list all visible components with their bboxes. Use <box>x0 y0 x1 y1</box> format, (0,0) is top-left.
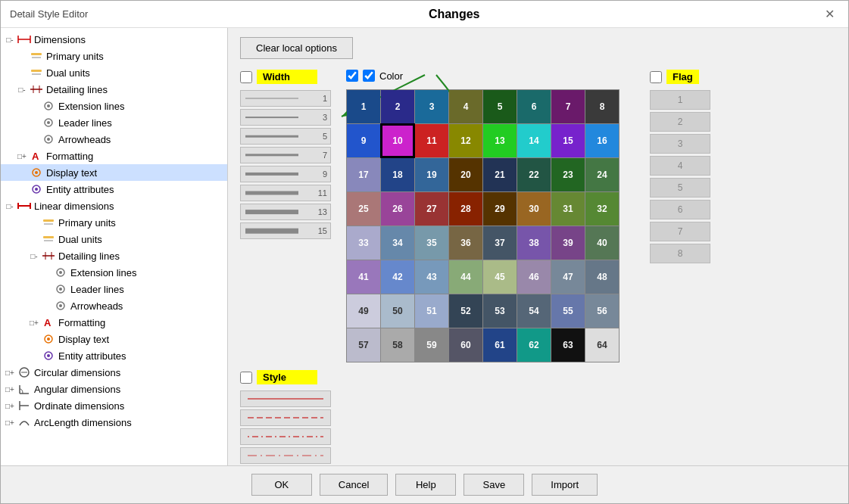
color-cell-47[interactable]: 47 <box>551 260 585 294</box>
width-line-13[interactable]: 13 <box>240 204 331 220</box>
flag-btn-6[interactable]: 6 <box>650 200 710 219</box>
color-cell-51[interactable]: 51 <box>415 294 448 328</box>
flag-btn-5[interactable]: 5 <box>650 178 710 198</box>
expand-icon[interactable]: □+ <box>28 316 40 328</box>
sidebar-item-ext-lines-1[interactable]: Extension lines <box>1 98 227 114</box>
color-cell-40[interactable]: 40 <box>585 226 619 260</box>
expand-icon[interactable] <box>28 350 40 362</box>
sidebar-item-arclength-dims[interactable]: □+ArcLength dimensions <box>1 414 227 431</box>
color-cell-9[interactable]: 9 <box>347 124 380 157</box>
color-cell-25[interactable]: 25 <box>347 192 380 226</box>
color-cell-18[interactable]: 18 <box>381 158 414 191</box>
sidebar-item-arrowheads-2[interactable]: Arrowheads <box>1 297 227 314</box>
color-cell-4[interactable]: 4 <box>449 90 482 123</box>
expand-icon[interactable]: □+ <box>4 366 16 378</box>
import-button[interactable]: Import <box>532 474 598 496</box>
width-line-7[interactable]: 7 <box>240 147 331 163</box>
color-cell-15[interactable]: 15 <box>551 124 585 157</box>
flag-btn-4[interactable]: 4 <box>650 156 710 176</box>
color-cell-59[interactable]: 59 <box>415 328 448 362</box>
sidebar-item-formatting-2[interactable]: □+AFormatting <box>1 314 227 331</box>
color-cell-34[interactable]: 34 <box>381 226 414 260</box>
color-cell-63[interactable]: 63 <box>551 328 585 362</box>
expand-icon[interactable]: □+ <box>4 416 16 428</box>
color-cell-60[interactable]: 60 <box>449 328 482 362</box>
color-cell-11[interactable]: 11 <box>415 124 448 157</box>
expand-icon[interactable]: □+ <box>4 383 16 395</box>
color-cell-22[interactable]: 22 <box>517 158 551 191</box>
color-cell-27[interactable]: 27 <box>415 192 448 226</box>
width-line-3[interactable]: 3 <box>240 109 331 126</box>
color-cell-57[interactable]: 57 <box>347 328 380 362</box>
style-line-3[interactable] <box>240 428 331 445</box>
color-cell-29[interactable]: 29 <box>483 192 517 226</box>
sidebar-item-circular-dims[interactable]: □+Circular dimensions <box>1 364 227 381</box>
color-cell-61[interactable]: 61 <box>483 328 517 362</box>
expand-icon[interactable] <box>28 117 40 129</box>
flag-btn-2[interactable]: 2 <box>650 112 710 132</box>
color-cell-28[interactable]: 28 <box>449 192 482 226</box>
expand-icon[interactable] <box>40 266 52 278</box>
style-line-4[interactable] <box>240 447 331 464</box>
cancel-button[interactable]: Cancel <box>320 474 388 496</box>
sidebar-item-leader-lines-1[interactable]: Leader lines <box>1 114 227 131</box>
color-cell-21[interactable]: 21 <box>483 158 517 191</box>
color-cell-38[interactable]: 38 <box>517 226 551 260</box>
color-cell-2[interactable]: 2 <box>381 90 414 123</box>
color-cell-26[interactable]: 26 <box>381 192 414 226</box>
color-cell-62[interactable]: 62 <box>517 328 551 362</box>
close-button[interactable]: ✕ <box>820 5 839 23</box>
width-line-11[interactable]: 11 <box>240 185 331 201</box>
expand-icon[interactable]: □- <box>4 33 16 45</box>
sidebar-item-arrowheads-1[interactable]: Arrowheads <box>1 131 227 148</box>
expand-icon[interactable]: □- <box>4 200 16 212</box>
color-cell-13[interactable]: 13 <box>483 124 517 157</box>
sidebar-item-linear-dims[interactable]: □-Linear dimensions <box>1 198 227 214</box>
color-cell-17[interactable]: 17 <box>347 158 380 191</box>
color-cell-14[interactable]: 14 <box>517 124 551 157</box>
color-cell-16[interactable]: 16 <box>585 124 619 157</box>
sidebar-item-display-text-2[interactable]: Display text <box>1 331 227 347</box>
color-cell-1[interactable]: 1 <box>347 90 380 123</box>
color-cell-55[interactable]: 55 <box>551 294 585 328</box>
color-cell-48[interactable]: 48 <box>585 260 619 294</box>
style-line-1[interactable] <box>240 390 331 407</box>
expand-icon[interactable]: □+ <box>4 400 16 412</box>
width-line-15[interactable]: 15 <box>240 222 331 239</box>
color-cell-8[interactable]: 8 <box>585 90 619 123</box>
style-checkbox[interactable] <box>240 372 252 384</box>
expand-icon[interactable]: □- <box>16 83 28 95</box>
expand-icon[interactable] <box>28 216 40 229</box>
color-cell-30[interactable]: 30 <box>517 192 551 226</box>
save-button[interactable]: Save <box>464 474 524 496</box>
sidebar-item-primary-units-2[interactable]: Primary units <box>1 214 227 231</box>
sidebar-item-dual-units-1[interactable]: Dual units <box>1 64 227 81</box>
color-cell-33[interactable]: 33 <box>347 226 380 260</box>
expand-icon[interactable] <box>40 283 52 295</box>
help-button[interactable]: Help <box>395 474 456 496</box>
color-cell-10[interactable]: 10 <box>381 124 414 157</box>
color-cell-23[interactable]: 23 <box>551 158 585 191</box>
color-cell-42[interactable]: 42 <box>381 260 414 294</box>
flag-btn-8[interactable]: 8 <box>650 244 710 263</box>
color-cell-35[interactable]: 35 <box>415 226 448 260</box>
flag-checkbox[interactable] <box>650 71 662 83</box>
flag-btn-3[interactable]: 3 <box>650 134 710 154</box>
color-cell-7[interactable]: 7 <box>551 90 585 123</box>
expand-icon[interactable] <box>16 166 28 179</box>
color-cell-41[interactable]: 41 <box>347 260 380 294</box>
width-line-1[interactable]: 1 <box>240 90 331 107</box>
expand-icon[interactable] <box>28 133 40 145</box>
ok-button[interactable]: OK <box>251 474 312 496</box>
width-line-9[interactable]: 9 <box>240 166 331 182</box>
color-cell-3[interactable]: 3 <box>415 90 448 123</box>
color-cell-39[interactable]: 39 <box>551 226 585 260</box>
sidebar-item-primary-units-1[interactable]: Primary units <box>1 48 227 64</box>
color-cell-45[interactable]: 45 <box>483 260 517 294</box>
flag-btn-1[interactable]: 1 <box>650 90 710 110</box>
color-cell-54[interactable]: 54 <box>517 294 551 328</box>
clear-local-options-button[interactable]: Clear local options <box>240 37 353 59</box>
color-cell-12[interactable]: 12 <box>449 124 482 157</box>
color-checkbox2[interactable] <box>363 70 375 82</box>
expand-icon[interactable] <box>16 67 28 79</box>
